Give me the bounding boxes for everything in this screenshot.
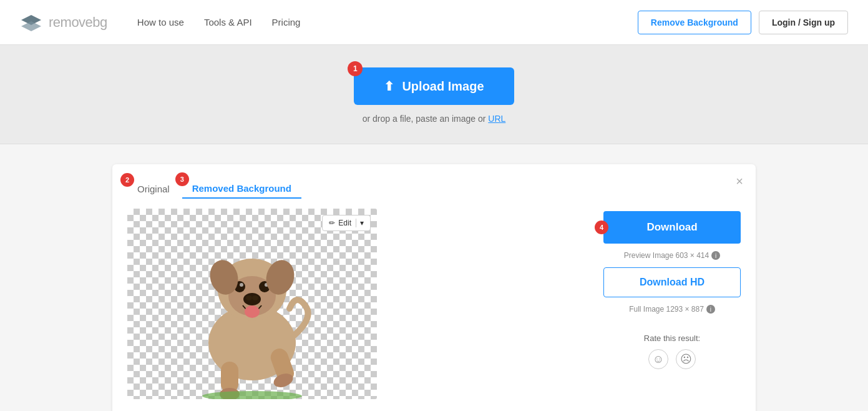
rating-label: Rate this result: — [603, 334, 741, 343]
full-info: Full Image 1293 × 887 i — [603, 305, 741, 314]
svg-marker-1 — [21, 21, 41, 31]
tab-original[interactable]: Original — [127, 180, 180, 198]
tabs: 2 Original 3 Removed Background — [127, 179, 741, 199]
logo[interactable]: removebg — [20, 14, 107, 31]
svg-point-11 — [252, 295, 258, 300]
right-panel: 4 Download Preview Image 603 × 414 i Dow… — [603, 209, 741, 369]
tab-removed-bg-wrapper: 3 Removed Background — [182, 179, 301, 199]
preview-info: Preview Image 603 × 414 i — [603, 251, 741, 260]
close-button[interactable]: × — [736, 174, 743, 189]
upload-button-wrapper: 1 ⬆ Upload Image — [354, 67, 514, 105]
logo-text: removebg — [49, 14, 107, 31]
edit-label: Edit — [338, 219, 351, 227]
main-content: × 2 Original 3 Removed Background ✏ — [0, 144, 868, 411]
upload-section: 1 ⬆ Upload Image or drop a file, paste a… — [0, 45, 868, 144]
result-area: ✏ Edit ▾ — [127, 209, 741, 399]
image-preview: ✏ Edit ▾ — [127, 209, 377, 399]
login-signup-button[interactable]: Login / Sign up — [759, 11, 848, 34]
svg-point-10 — [246, 295, 252, 300]
download-button[interactable]: Download — [603, 211, 741, 244]
remove-background-nav-button[interactable]: Remove Background — [638, 11, 751, 34]
download-button-wrapper: 4 Download — [603, 211, 741, 244]
tab-original-wrapper: 2 Original — [127, 180, 180, 198]
upload-button-label: Upload Image — [402, 79, 484, 94]
tab-removed-background[interactable]: Removed Background — [182, 179, 301, 199]
upload-image-button[interactable]: ⬆ Upload Image — [354, 67, 514, 105]
edit-button[interactable]: ✏ Edit ▾ — [322, 215, 371, 231]
svg-point-7 — [240, 283, 243, 287]
url-link[interactable]: URL — [488, 114, 505, 124]
upload-area: 1 ⬆ Upload Image or drop a file, paste a… — [354, 67, 514, 124]
upload-icon: ⬆ — [384, 79, 394, 94]
rating-section: Rate this result: ☺ ☹ — [603, 334, 741, 369]
svg-point-9 — [243, 293, 261, 305]
edit-dropdown-icon[interactable]: ▾ — [356, 219, 364, 227]
result-card: × 2 Original 3 Removed Background ✏ — [112, 164, 756, 411]
navbar: removebg How to use Tools & API Pricing … — [0, 0, 868, 45]
preview-info-icon: i — [711, 251, 720, 260]
step-badge-2: 2 — [120, 173, 134, 187]
nav-link-tools-api[interactable]: Tools & API — [204, 17, 252, 27]
pug-image — [165, 218, 339, 399]
logo-icon — [20, 14, 42, 31]
download-hd-button[interactable]: Download HD — [603, 267, 741, 297]
upload-hint: or drop a file, paste an image or URL — [363, 114, 506, 124]
pencil-icon: ✏ — [329, 219, 335, 227]
nav-actions: Remove Background Login / Sign up — [638, 11, 848, 34]
step-badge-4: 4 — [595, 220, 608, 234]
nav-links: How to use Tools & API Pricing — [137, 17, 638, 27]
thumbs-up-icon[interactable]: ☺ — [648, 349, 668, 369]
rating-icons: ☺ ☹ — [603, 349, 741, 369]
thumbs-down-icon[interactable]: ☹ — [676, 349, 696, 369]
svg-point-12 — [245, 305, 260, 318]
full-info-icon: i — [706, 305, 715, 314]
nav-link-pricing[interactable]: Pricing — [272, 17, 301, 27]
step-badge-3: 3 — [175, 172, 189, 186]
image-preview-container: ✏ Edit ▾ — [127, 209, 583, 399]
nav-link-how-to-use[interactable]: How to use — [137, 17, 184, 27]
svg-point-19 — [202, 391, 302, 399]
